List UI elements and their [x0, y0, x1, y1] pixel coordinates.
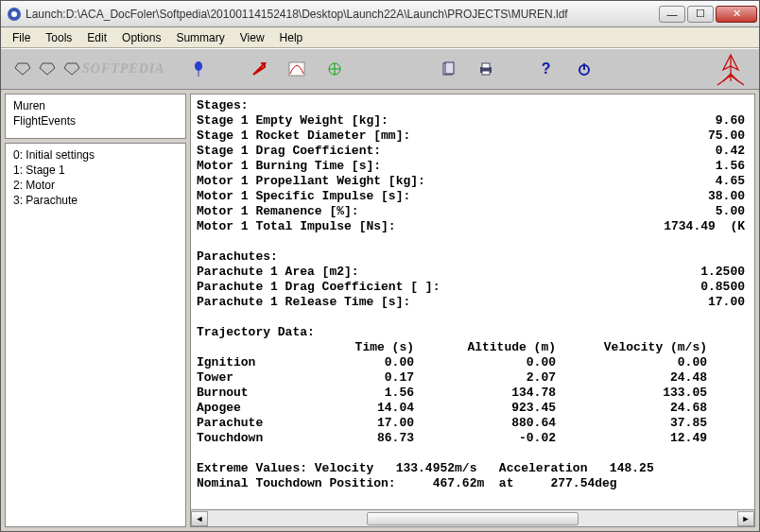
- svg-point-5: [195, 61, 202, 71]
- scroll-thumb[interactable]: [367, 512, 579, 525]
- titlebar: Launch:D:\ACA_DocFoler\Softpedia\2010011…: [1, 1, 759, 27]
- rocket-logo-icon: [710, 53, 751, 92]
- tree-item[interactable]: 1: Stage 1: [11, 163, 180, 178]
- svg-marker-3: [40, 63, 55, 75]
- svg-marker-4: [64, 63, 79, 75]
- output-text: Stages:Stage 1 Empty Weight [kg]:9.60Sta…: [190, 94, 755, 510]
- document-icon[interactable]: [438, 59, 458, 79]
- scroll-right-button[interactable]: ►: [737, 511, 754, 526]
- svg-rect-15: [482, 63, 490, 68]
- project-item[interactable]: Muren: [11, 98, 180, 113]
- balloon-icon[interactable]: [188, 59, 209, 79]
- tree-panel: 0: Initial settings1: Stage 12: Motor3: …: [5, 143, 186, 527]
- toolbar: SOFTPEDIA ?: [1, 48, 759, 90]
- svg-rect-13: [445, 62, 454, 74]
- menubar: FileToolsEditOptionsSummaryViewHelp: [1, 27, 759, 48]
- diamond-icon-3[interactable]: [61, 59, 82, 79]
- printer-icon[interactable]: [475, 59, 496, 79]
- left-pane: MurenFlightEvents 0: Initial settings1: …: [5, 94, 186, 527]
- minimize-button[interactable]: —: [659, 6, 685, 23]
- right-pane: Stages:Stage 1 Empty Weight [kg]:9.60Sta…: [190, 94, 755, 527]
- compass-icon[interactable]: [324, 59, 345, 79]
- tree-item[interactable]: 0: Initial settings: [11, 147, 180, 163]
- project-panel: MurenFlightEvents: [5, 94, 186, 139]
- menu-edit[interactable]: Edit: [79, 29, 114, 46]
- watermark-text: SOFTPEDIA: [82, 61, 165, 77]
- horizontal-scrollbar[interactable]: ◄ ►: [190, 510, 755, 527]
- svg-marker-7: [253, 63, 265, 75]
- maximize-button[interactable]: ☐: [687, 6, 714, 23]
- svg-point-1: [11, 11, 17, 17]
- diamond-icon-2[interactable]: [37, 59, 58, 79]
- menu-tools[interactable]: Tools: [38, 29, 79, 46]
- svg-rect-16: [482, 71, 490, 75]
- app-icon: [7, 7, 22, 22]
- tree-item[interactable]: 3: Parachute: [11, 193, 180, 208]
- help-icon[interactable]: ?: [536, 59, 557, 79]
- svg-rect-8: [289, 62, 304, 76]
- svg-marker-2: [15, 63, 30, 75]
- project-item[interactable]: FlightEvents: [11, 113, 180, 129]
- menu-file[interactable]: File: [5, 29, 38, 46]
- menu-options[interactable]: Options: [114, 29, 168, 46]
- menu-help[interactable]: Help: [272, 29, 311, 46]
- red-arrow-icon[interactable]: [249, 59, 269, 79]
- scroll-track[interactable]: [208, 511, 737, 526]
- close-button[interactable]: ✕: [716, 6, 757, 23]
- scroll-left-button[interactable]: ◄: [191, 511, 208, 526]
- window-title: Launch:D:\ACA_DocFoler\Softpedia\2010011…: [26, 8, 659, 21]
- tree-item[interactable]: 2: Motor: [11, 178, 180, 193]
- power-icon[interactable]: [574, 59, 595, 79]
- menu-view[interactable]: View: [233, 29, 272, 46]
- menu-summary[interactable]: Summary: [168, 29, 232, 46]
- bell-curve-icon[interactable]: [286, 59, 307, 79]
- diamond-icon-1[interactable]: [12, 59, 33, 79]
- content-area: MurenFlightEvents 0: Initial settings1: …: [1, 90, 759, 531]
